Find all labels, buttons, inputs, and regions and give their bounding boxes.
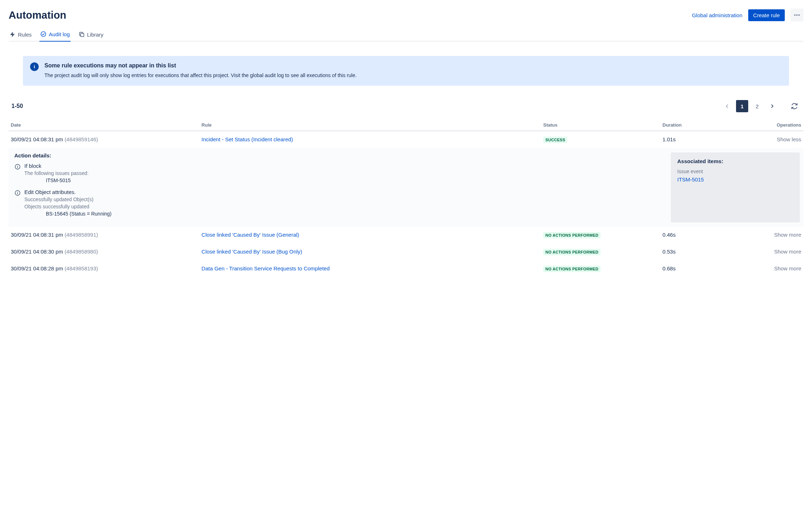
status-badge: SUCCESS (543, 137, 567, 143)
chevron-left-icon (724, 103, 730, 109)
row-date: 30/09/21 04:08:30 pm (11, 249, 63, 255)
more-icon (793, 11, 801, 19)
col-header-rule: Rule (199, 119, 541, 131)
info-outline-icon (14, 164, 21, 170)
row-id: (4849858991) (65, 232, 98, 238)
tab-rules[interactable]: Rules (9, 29, 32, 42)
associated-link[interactable]: ITSM-5015 (677, 176, 704, 183)
tab-library-label: Library (87, 32, 104, 38)
rule-link[interactable]: Incident - Set Status (Incident cleared) (201, 136, 293, 142)
tab-audit-log[interactable]: Audit log (39, 29, 70, 42)
action-sub: Successfully updated Object(s) (24, 197, 111, 202)
tab-audit-log-label: Audit log (49, 31, 70, 37)
rule-link[interactable]: Data Gen - Transition Service Requests t… (201, 265, 330, 271)
prev-page-button[interactable] (721, 100, 733, 112)
svg-point-1 (796, 14, 797, 15)
row-duration: 0.68s (660, 260, 716, 277)
create-rule-button[interactable]: Create rule (748, 9, 785, 21)
row-date: 30/09/21 04:08:31 pm (11, 136, 63, 142)
rule-link[interactable]: Close linked 'Caused By' Issue (General) (201, 232, 299, 238)
svg-point-2 (798, 14, 799, 15)
toggle-details-link[interactable]: Show more (716, 227, 803, 243)
action-indent: BS-15645 (Status = Running) (24, 211, 111, 217)
col-header-status: Status (541, 119, 660, 131)
info-outline-icon (14, 190, 21, 196)
refresh-icon (791, 103, 798, 110)
row-id: (4849858980) (65, 249, 98, 255)
table-row: 30/09/21 04:08:31 pm (4849858991) Close … (9, 227, 803, 243)
table-row: 30/09/21 04:08:28 pm (4849858193) Data G… (9, 260, 803, 277)
toggle-details-link[interactable]: Show less (716, 131, 803, 148)
toggle-details-link[interactable]: Show more (716, 243, 803, 260)
action-title: If block (24, 163, 89, 169)
row-id: (4849859146) (65, 136, 98, 142)
status-badge: NO ACTIONS PERFORMED (543, 249, 601, 255)
row-date: 30/09/21 04:08:28 pm (11, 265, 63, 271)
tab-library[interactable]: Library (78, 29, 104, 42)
audit-log-table: Date Rule Status Duration Operations 30/… (9, 119, 803, 277)
page-2-button[interactable]: 2 (751, 100, 763, 112)
action-indent: ITSM-5015 (24, 178, 89, 183)
associated-label: Issue event (677, 169, 793, 174)
toggle-details-link[interactable]: Show more (716, 260, 803, 277)
action-details-heading: Action details: (14, 152, 662, 158)
table-row: 30/09/21 04:08:30 pm (4849858980) Close … (9, 243, 803, 260)
svg-rect-4 (81, 33, 84, 37)
copy-icon (78, 31, 85, 38)
lightning-icon (9, 31, 16, 38)
page-title: Automation (9, 9, 66, 21)
tab-rules-label: Rules (18, 32, 32, 38)
row-date: 30/09/21 04:08:31 pm (11, 232, 63, 238)
status-badge: NO ACTIONS PERFORMED (543, 266, 601, 272)
col-header-operations: Operations (716, 119, 803, 131)
tabs: Rules Audit log Library (9, 29, 803, 42)
svg-point-0 (794, 14, 796, 15)
row-duration: 1.01s (660, 131, 716, 148)
action-sub2: Objects successfully updated (24, 204, 111, 209)
refresh-button[interactable] (788, 100, 801, 112)
info-icon: i (30, 62, 39, 71)
action-title: Edit Object attributes. (24, 189, 111, 195)
check-circle-icon (40, 31, 47, 37)
range-label: 1-50 (11, 103, 23, 109)
svg-point-6 (17, 165, 18, 166)
next-page-button[interactable] (766, 100, 778, 112)
row-duration: 0.46s (660, 227, 716, 243)
overflow-menu-button[interactable] (790, 9, 803, 22)
col-header-duration: Duration (660, 119, 716, 131)
status-badge: NO ACTIONS PERFORMED (543, 232, 601, 238)
col-header-date: Date (9, 119, 199, 131)
banner-title: Some rule executions may not appear in t… (44, 62, 357, 69)
pagination: 1 2 (721, 100, 801, 112)
info-banner: i Some rule executions may not appear in… (23, 56, 789, 86)
rule-link[interactable]: Close linked 'Caused By' Issue (Bug Only… (201, 249, 302, 255)
details-row: Action details: If block The following i… (9, 148, 803, 227)
row-duration: 0.53s (660, 243, 716, 260)
chevron-right-icon (769, 103, 775, 109)
row-id: (4849858193) (65, 265, 98, 271)
associated-items-heading: Associated items: (677, 158, 793, 164)
action-sub: The following issues passed: (24, 170, 89, 176)
global-admin-link[interactable]: Global administration (692, 12, 742, 18)
svg-point-8 (17, 191, 18, 192)
banner-body: The project audit log will only show log… (44, 72, 357, 79)
table-row: 30/09/21 04:08:31 pm (4849859146) Incide… (9, 131, 803, 148)
page-1-button[interactable]: 1 (736, 100, 748, 112)
